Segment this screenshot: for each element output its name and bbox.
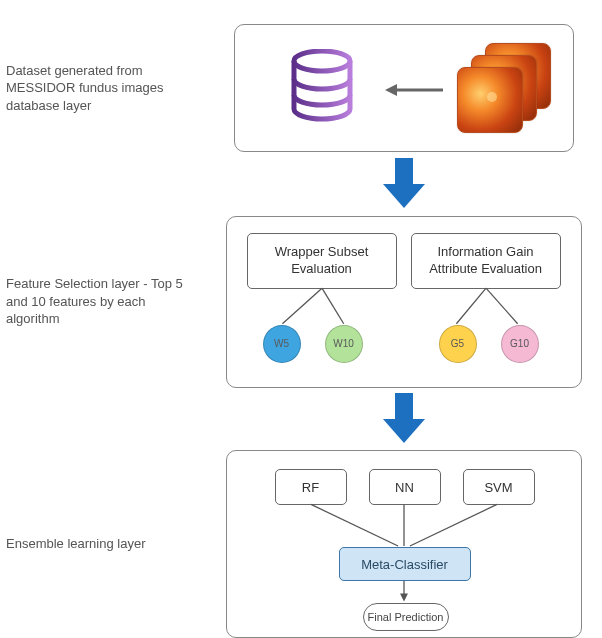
feature-w10-circle: W10 bbox=[325, 325, 363, 363]
svg-line-7 bbox=[456, 288, 486, 324]
svg-marker-15 bbox=[400, 593, 408, 601]
svg-rect-9 bbox=[395, 393, 413, 419]
arrow-left-icon bbox=[383, 81, 445, 102]
wrapper-method-box: Wrapper Subset Evaluation bbox=[247, 233, 397, 289]
database-icon bbox=[287, 49, 357, 134]
feature-w5-circle: W5 bbox=[263, 325, 301, 363]
data-layer-panel bbox=[234, 24, 574, 152]
svg-line-13 bbox=[409, 504, 496, 546]
final-prediction-box: Final Prediction bbox=[363, 603, 449, 631]
svg-marker-10 bbox=[383, 419, 425, 443]
classifier-nn: NN bbox=[369, 469, 441, 505]
svg-line-8 bbox=[486, 288, 518, 324]
classifier-svm: SVM bbox=[463, 469, 535, 505]
svg-rect-3 bbox=[395, 158, 413, 184]
data-layer-row: Dataset generated from MESSIDOR fundus i… bbox=[0, 22, 602, 154]
flow-arrow-icon bbox=[205, 393, 602, 445]
feature-layer-label: Feature Selection layer - Top 5 and 10 f… bbox=[0, 275, 205, 328]
ensemble-layer-row: Ensemble learning layer RF NN SVM Meta-C… bbox=[0, 449, 602, 638]
ensemble-layer-panel: RF NN SVM Meta-Classifier Final Predicti… bbox=[226, 450, 582, 638]
flow-arrow-icon bbox=[205, 158, 602, 210]
svg-line-6 bbox=[321, 288, 343, 324]
svg-line-11 bbox=[311, 504, 398, 546]
svg-line-5 bbox=[282, 288, 322, 324]
feature-g10-circle: G10 bbox=[501, 325, 539, 363]
svg-marker-4 bbox=[383, 184, 425, 208]
meta-classifier-box: Meta-Classifier bbox=[339, 547, 471, 581]
fundus-image-icon bbox=[457, 67, 523, 133]
ensemble-layer-label: Ensemble learning layer bbox=[0, 535, 205, 553]
data-layer-label: Dataset generated from MESSIDOR fundus i… bbox=[0, 62, 205, 115]
infogain-method-box: Information Gain Attribute Evaluation bbox=[411, 233, 561, 289]
feature-layer-row: Feature Selection layer - Top 5 and 10 f… bbox=[0, 214, 602, 389]
svg-point-0 bbox=[294, 51, 350, 71]
feature-g5-circle: G5 bbox=[439, 325, 477, 363]
svg-marker-2 bbox=[385, 84, 397, 96]
classifier-rf: RF bbox=[275, 469, 347, 505]
fundus-image-stack bbox=[441, 43, 551, 133]
feature-layer-panel: Wrapper Subset Evaluation Information Ga… bbox=[226, 216, 582, 388]
